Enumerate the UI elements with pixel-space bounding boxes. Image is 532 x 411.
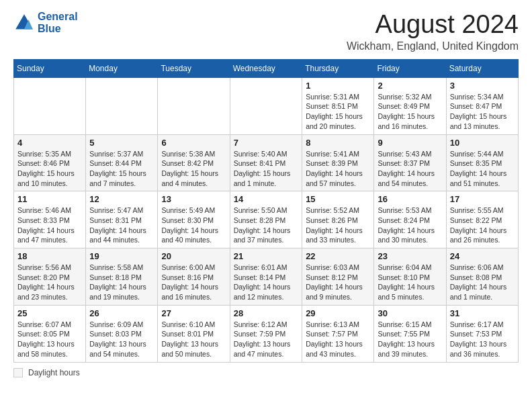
calendar-cell: 4Sunrise: 5:35 AM Sunset: 8:46 PM Daylig… bbox=[14, 134, 86, 191]
calendar-cell: 9Sunrise: 5:43 AM Sunset: 8:37 PM Daylig… bbox=[374, 134, 446, 191]
calendar-cell: 11Sunrise: 5:46 AM Sunset: 8:33 PM Dayli… bbox=[14, 191, 86, 248]
location: Wickham, England, United Kingdom bbox=[347, 40, 519, 52]
day-number: 26 bbox=[89, 308, 154, 318]
calendar-cell: 14Sunrise: 5:50 AM Sunset: 8:28 PM Dayli… bbox=[230, 191, 302, 248]
day-number: 17 bbox=[450, 194, 515, 204]
day-info: Sunrise: 6:09 AM Sunset: 8:03 PM Dayligh… bbox=[89, 320, 154, 359]
calendar-day-header: Friday bbox=[374, 59, 446, 77]
day-number: 9 bbox=[378, 138, 442, 148]
calendar-day-header: Tuesday bbox=[158, 59, 230, 77]
day-info: Sunrise: 5:34 AM Sunset: 8:47 PM Dayligh… bbox=[450, 92, 515, 132]
day-info: Sunrise: 6:12 AM Sunset: 7:59 PM Dayligh… bbox=[234, 320, 298, 359]
title-section: August 2024 Wickham, England, United Kin… bbox=[347, 11, 519, 52]
day-info: Sunrise: 5:53 AM Sunset: 8:24 PM Dayligh… bbox=[378, 205, 442, 245]
day-number: 1 bbox=[306, 81, 370, 91]
day-number: 10 bbox=[450, 138, 515, 148]
day-number: 21 bbox=[234, 251, 298, 261]
day-info: Sunrise: 6:15 AM Sunset: 7:55 PM Dayligh… bbox=[378, 320, 442, 359]
day-info: Sunrise: 5:50 AM Sunset: 8:28 PM Dayligh… bbox=[234, 205, 298, 245]
calendar-cell: 13Sunrise: 5:49 AM Sunset: 8:30 PM Dayli… bbox=[158, 191, 230, 248]
calendar-cell: 31Sunrise: 6:17 AM Sunset: 7:53 PM Dayli… bbox=[446, 305, 518, 362]
day-info: Sunrise: 6:04 AM Sunset: 8:10 PM Dayligh… bbox=[378, 263, 442, 302]
month-title: August 2024 bbox=[347, 11, 519, 39]
day-number: 18 bbox=[17, 251, 82, 261]
day-info: Sunrise: 5:55 AM Sunset: 8:22 PM Dayligh… bbox=[450, 205, 515, 245]
logo-blue: Blue bbox=[38, 23, 61, 34]
day-number: 28 bbox=[234, 308, 298, 318]
day-number: 12 bbox=[89, 194, 154, 204]
calendar-cell: 28Sunrise: 6:12 AM Sunset: 7:59 PM Dayli… bbox=[230, 305, 302, 362]
day-number: 24 bbox=[450, 251, 515, 261]
day-info: Sunrise: 5:35 AM Sunset: 8:46 PM Dayligh… bbox=[17, 149, 82, 189]
day-number: 20 bbox=[161, 251, 226, 261]
calendar-cell: 16Sunrise: 5:53 AM Sunset: 8:24 PM Dayli… bbox=[374, 191, 446, 248]
legend-label: Daylight hours bbox=[28, 368, 80, 377]
day-number: 27 bbox=[161, 308, 226, 318]
calendar-cell: 8Sunrise: 5:41 AM Sunset: 8:39 PM Daylig… bbox=[302, 134, 374, 191]
calendar-cell bbox=[158, 77, 230, 134]
calendar-day-header: Monday bbox=[86, 59, 158, 77]
day-info: Sunrise: 6:17 AM Sunset: 7:53 PM Dayligh… bbox=[450, 320, 515, 359]
day-info: Sunrise: 5:32 AM Sunset: 8:49 PM Dayligh… bbox=[378, 92, 442, 132]
day-info: Sunrise: 5:44 AM Sunset: 8:35 PM Dayligh… bbox=[450, 149, 515, 189]
day-info: Sunrise: 6:06 AM Sunset: 8:08 PM Dayligh… bbox=[450, 263, 515, 302]
day-info: Sunrise: 6:10 AM Sunset: 8:01 PM Dayligh… bbox=[161, 320, 226, 359]
day-number: 16 bbox=[378, 194, 442, 204]
logo: General Blue bbox=[13, 11, 78, 34]
legend-box bbox=[13, 368, 23, 377]
day-number: 11 bbox=[17, 194, 82, 204]
day-info: Sunrise: 5:38 AM Sunset: 8:42 PM Dayligh… bbox=[161, 149, 226, 189]
calendar-cell: 1Sunrise: 5:31 AM Sunset: 8:51 PM Daylig… bbox=[302, 77, 374, 134]
day-info: Sunrise: 5:56 AM Sunset: 8:20 PM Dayligh… bbox=[17, 263, 82, 302]
calendar-week-row: 18Sunrise: 5:56 AM Sunset: 8:20 PM Dayli… bbox=[14, 248, 519, 306]
calendar-cell bbox=[86, 77, 158, 134]
calendar-day-header: Sunday bbox=[14, 59, 86, 77]
day-info: Sunrise: 6:00 AM Sunset: 8:16 PM Dayligh… bbox=[161, 263, 226, 302]
calendar-week-row: 1Sunrise: 5:31 AM Sunset: 8:51 PM Daylig… bbox=[14, 77, 519, 134]
calendar-cell: 18Sunrise: 5:56 AM Sunset: 8:20 PM Dayli… bbox=[14, 248, 86, 306]
day-info: Sunrise: 5:41 AM Sunset: 8:39 PM Dayligh… bbox=[306, 149, 370, 189]
calendar-cell: 20Sunrise: 6:00 AM Sunset: 8:16 PM Dayli… bbox=[158, 248, 230, 306]
logo-text: General Blue bbox=[38, 11, 78, 34]
day-number: 7 bbox=[234, 138, 298, 148]
logo-general: General bbox=[38, 11, 78, 22]
calendar-cell: 29Sunrise: 6:13 AM Sunset: 7:57 PM Dayli… bbox=[302, 305, 374, 362]
day-info: Sunrise: 6:13 AM Sunset: 7:57 PM Dayligh… bbox=[306, 320, 370, 359]
day-info: Sunrise: 5:40 AM Sunset: 8:41 PM Dayligh… bbox=[234, 149, 298, 189]
calendar-cell: 30Sunrise: 6:15 AM Sunset: 7:55 PM Dayli… bbox=[374, 305, 446, 362]
day-info: Sunrise: 6:07 AM Sunset: 8:05 PM Dayligh… bbox=[17, 320, 82, 359]
day-number: 15 bbox=[306, 194, 370, 204]
calendar-cell: 3Sunrise: 5:34 AM Sunset: 8:47 PM Daylig… bbox=[446, 77, 518, 134]
legend: Daylight hours bbox=[13, 368, 519, 377]
calendar-table: SundayMondayTuesdayWednesdayThursdayFrid… bbox=[13, 59, 519, 363]
calendar-cell: 15Sunrise: 5:52 AM Sunset: 8:26 PM Dayli… bbox=[302, 191, 374, 248]
day-info: Sunrise: 5:49 AM Sunset: 8:30 PM Dayligh… bbox=[161, 205, 226, 245]
page-header: General Blue August 2024 Wickham, Englan… bbox=[13, 11, 519, 52]
calendar-day-header: Saturday bbox=[446, 59, 518, 77]
calendar-cell bbox=[230, 77, 302, 134]
calendar-week-row: 11Sunrise: 5:46 AM Sunset: 8:33 PM Dayli… bbox=[14, 191, 519, 248]
day-info: Sunrise: 5:31 AM Sunset: 8:51 PM Dayligh… bbox=[306, 92, 370, 132]
calendar-cell: 12Sunrise: 5:47 AM Sunset: 8:31 PM Dayli… bbox=[86, 191, 158, 248]
calendar-cell: 6Sunrise: 5:38 AM Sunset: 8:42 PM Daylig… bbox=[158, 134, 230, 191]
logo-icon bbox=[13, 12, 35, 34]
calendar-day-header: Wednesday bbox=[230, 59, 302, 77]
day-number: 30 bbox=[378, 308, 442, 318]
calendar-week-row: 4Sunrise: 5:35 AM Sunset: 8:46 PM Daylig… bbox=[14, 134, 519, 191]
day-number: 5 bbox=[89, 138, 154, 148]
day-number: 3 bbox=[450, 81, 515, 91]
calendar-cell: 24Sunrise: 6:06 AM Sunset: 8:08 PM Dayli… bbox=[446, 248, 518, 306]
day-number: 6 bbox=[161, 138, 226, 148]
day-info: Sunrise: 5:58 AM Sunset: 8:18 PM Dayligh… bbox=[89, 263, 154, 302]
day-info: Sunrise: 5:37 AM Sunset: 8:44 PM Dayligh… bbox=[89, 149, 154, 189]
calendar-cell: 21Sunrise: 6:01 AM Sunset: 8:14 PM Dayli… bbox=[230, 248, 302, 306]
day-number: 25 bbox=[17, 308, 82, 318]
calendar-cell: 5Sunrise: 5:37 AM Sunset: 8:44 PM Daylig… bbox=[86, 134, 158, 191]
day-info: Sunrise: 5:43 AM Sunset: 8:37 PM Dayligh… bbox=[378, 149, 442, 189]
day-info: Sunrise: 5:47 AM Sunset: 8:31 PM Dayligh… bbox=[89, 205, 154, 245]
day-info: Sunrise: 6:03 AM Sunset: 8:12 PM Dayligh… bbox=[306, 263, 370, 302]
day-info: Sunrise: 6:01 AM Sunset: 8:14 PM Dayligh… bbox=[234, 263, 298, 302]
calendar-cell: 10Sunrise: 5:44 AM Sunset: 8:35 PM Dayli… bbox=[446, 134, 518, 191]
day-number: 29 bbox=[306, 308, 370, 318]
day-number: 13 bbox=[161, 194, 226, 204]
